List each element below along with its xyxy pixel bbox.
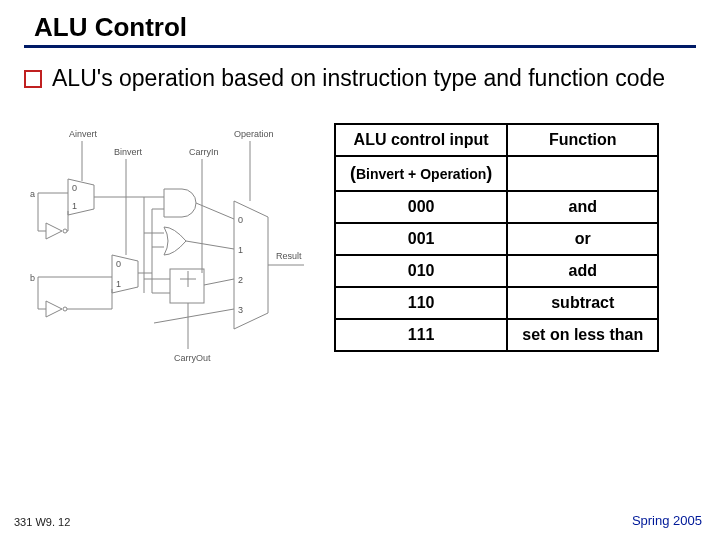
or-gate-icon (164, 227, 186, 255)
label-b: b (30, 273, 35, 283)
code-cell: 110 (335, 287, 507, 319)
code-cell: 000 (335, 191, 507, 223)
not-a-icon (46, 223, 62, 239)
svg-point-7 (63, 229, 67, 233)
subheader-empty (507, 156, 658, 191)
svg-point-15 (63, 307, 67, 311)
table-row: 001 or (335, 223, 658, 255)
label-carryout: CarryOut (174, 353, 211, 363)
fn-cell: set on less than (507, 319, 658, 351)
svg-text:0: 0 (238, 215, 243, 225)
table-row: 000 and (335, 191, 658, 223)
subheader-cell: (Binvert + Operation) (335, 156, 507, 191)
label-carryin: CarryIn (189, 147, 219, 157)
table-row: 111 set on less than (335, 319, 658, 351)
table-subheader-row: (Binvert + Operation) (335, 156, 658, 191)
fn-cell: or (507, 223, 658, 255)
label-a: a (30, 189, 35, 199)
table-header-row: ALU control input Function (335, 124, 658, 156)
svg-text:1: 1 (238, 245, 243, 255)
footer-right: Spring 2005 (632, 513, 702, 528)
fn-cell: and (507, 191, 658, 223)
label-operation: Operation (234, 129, 274, 139)
content-row: Ainvert Operation Binvert CarryIn a 0 1 (24, 123, 696, 377)
svg-line-38 (204, 279, 234, 285)
slide-title: ALU Control (34, 12, 696, 43)
svg-line-37 (186, 241, 234, 249)
not-b-icon (46, 301, 62, 317)
label-binvert: Binvert (114, 147, 143, 157)
alu-diagram: Ainvert Operation Binvert CarryIn a 0 1 (24, 123, 314, 377)
svg-text:0: 0 (116, 259, 121, 269)
label-result: Result (276, 251, 302, 261)
th-function: Function (507, 124, 658, 156)
table-row: 110 subtract (335, 287, 658, 319)
bullet-square-icon (24, 70, 42, 88)
bullet-row: ALU's operation based on instruction typ… (24, 64, 696, 93)
svg-line-39 (154, 309, 234, 323)
adder-block (170, 269, 204, 303)
svg-text:2: 2 (238, 275, 243, 285)
svg-text:3: 3 (238, 305, 243, 315)
alu-table: ALU control input Function (Binvert + Op… (334, 123, 659, 352)
fn-cell: subtract (507, 287, 658, 319)
svg-text:0: 0 (72, 183, 77, 193)
code-cell: 111 (335, 319, 507, 351)
svg-text:1: 1 (116, 279, 121, 289)
slide: ALU Control ALU's operation based on ins… (0, 0, 720, 540)
code-cell: 010 (335, 255, 507, 287)
table-row: 010 add (335, 255, 658, 287)
title-underline: ALU Control (24, 12, 696, 48)
and-gate-icon (164, 189, 196, 217)
fn-cell: add (507, 255, 658, 287)
th-input: ALU control input (335, 124, 507, 156)
code-cell: 001 (335, 223, 507, 255)
bullet-text: ALU's operation based on instruction typ… (52, 64, 696, 93)
svg-text:1: 1 (72, 201, 77, 211)
label-ainvert: Ainvert (69, 129, 98, 139)
footer-left: 331 W9. 12 (14, 516, 70, 528)
